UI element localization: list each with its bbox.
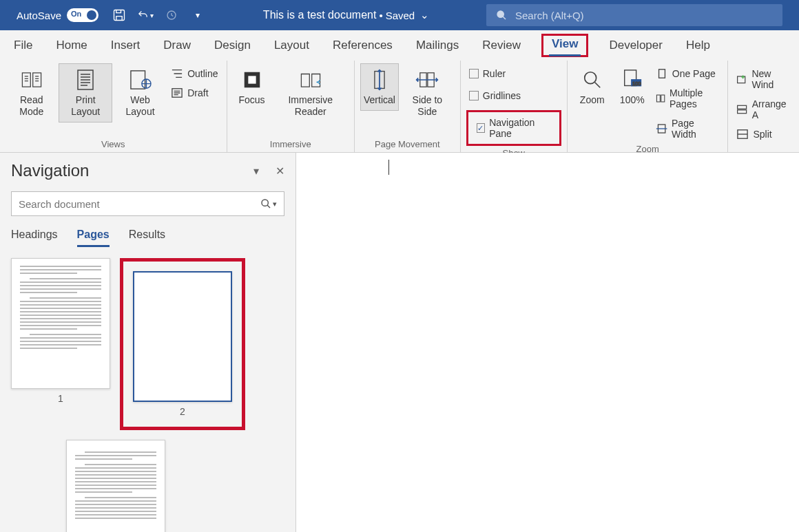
svg-text:100: 100: [632, 81, 641, 87]
svg-rect-22: [738, 110, 747, 114]
checkbox-icon: [469, 69, 479, 78]
immersive-reader-button[interactable]: Immersive Reader: [273, 63, 349, 123]
tab-help[interactable]: Help: [683, 34, 713, 56]
nav-tab-results[interactable]: Results: [129, 228, 165, 247]
focus-button[interactable]: Focus: [233, 63, 271, 111]
svg-point-24: [262, 200, 268, 206]
nav-tabs: Headings Pages Results: [11, 228, 284, 247]
navigation-pane-checkbox[interactable]: ✓ Navigation Pane: [474, 115, 554, 141]
search-placeholder: Search (Alt+Q): [515, 10, 584, 21]
focus-icon: [240, 68, 264, 92]
zoom-button[interactable]: Zoom: [573, 63, 612, 111]
nav-search-input[interactable]: [19, 198, 260, 210]
outline-icon: [171, 68, 183, 79]
text-cursor: [388, 160, 389, 175]
page-width-icon: [656, 123, 667, 134]
web-layout-icon: [129, 68, 152, 92]
document-title-area[interactable]: This is a test document • Saved ⌄: [206, 9, 486, 21]
view-tab-highlight: View: [541, 34, 588, 57]
svg-rect-16: [658, 70, 665, 78]
search-box[interactable]: Search (Alt+Q): [486, 4, 782, 26]
nav-search-box[interactable]: ▾: [11, 191, 284, 216]
title-bar: AutoSave On ▾ ▾ This is a test document …: [0, 0, 799, 30]
nav-close-icon[interactable]: ✕: [276, 164, 284, 178]
svg-rect-21: [738, 105, 747, 109]
page-width-button[interactable]: Page Width: [653, 116, 723, 142]
tab-mailings[interactable]: Mailings: [413, 34, 461, 56]
redo-icon[interactable]: [163, 7, 180, 23]
tab-design[interactable]: Design: [211, 34, 253, 56]
read-mode-icon: [20, 68, 43, 92]
read-mode-button[interactable]: Read Mode: [6, 63, 57, 123]
one-page-icon: [656, 68, 668, 79]
split-icon: [736, 129, 749, 140]
autosave-control[interactable]: AutoSave On: [17, 8, 98, 22]
arrange-all-button[interactable]: Arrange A: [734, 96, 793, 123]
page-thumbnails: 1 2: [11, 258, 284, 532]
menu-bar: File Home Insert Draw Design Layout Refe…: [0, 30, 799, 61]
thumbnail-page-1[interactable]: 1: [11, 258, 110, 430]
group-views: Read Mode Print Layout Web Layout Outlin…: [0, 61, 227, 152]
tab-review[interactable]: Review: [479, 34, 523, 56]
outline-button[interactable]: Outline: [168, 66, 220, 81]
navigation-panel: Navigation ▾ ✕ ▾ Headings Pages Results: [0, 153, 296, 532]
new-window-icon: [736, 74, 747, 85]
checkbox-icon: [469, 91, 479, 100]
group-page-movement: Vertical Side to Side Page Movement: [355, 61, 461, 152]
zoom-100-button[interactable]: 100 100%: [613, 63, 652, 111]
tab-file[interactable]: File: [11, 34, 35, 56]
group-window: New Wind Arrange A Split: [728, 61, 799, 152]
page-number-2: 2: [180, 406, 185, 417]
side-to-side-button[interactable]: Side to Side: [400, 63, 455, 123]
multiple-pages-button[interactable]: Multiple Pages: [653, 85, 723, 111]
tab-layout[interactable]: Layout: [271, 34, 312, 56]
tab-view[interactable]: View: [549, 33, 581, 54]
arrange-all-icon: [736, 104, 747, 115]
navigation-title: Navigation: [11, 161, 89, 180]
main-area: Navigation ▾ ✕ ▾ Headings Pages Results: [0, 153, 799, 532]
thumbnail-page-3[interactable]: [66, 440, 165, 532]
nav-tab-pages[interactable]: Pages: [77, 228, 110, 247]
ruler-checkbox[interactable]: Ruler: [466, 66, 561, 81]
autosave-toggle[interactable]: On: [67, 8, 98, 22]
svg-rect-18: [661, 95, 665, 102]
split-button[interactable]: Split: [734, 127, 793, 142]
ribbon: Read Mode Print Layout Web Layout Outlin…: [0, 61, 799, 153]
print-layout-icon: [74, 68, 97, 92]
checkbox-checked-icon: ✓: [477, 123, 485, 133]
save-icon[interactable]: [111, 7, 127, 23]
group-show: Ruler Gridlines ✓ Navigation Pane Show: [461, 61, 568, 152]
navigation-pane-highlight: ✓ Navigation Pane: [466, 110, 561, 146]
immersive-reader-icon: [299, 68, 322, 92]
print-layout-button[interactable]: Print Layout: [59, 63, 112, 123]
nav-dropdown-icon[interactable]: ▾: [253, 164, 259, 178]
views-group-label: Views: [6, 137, 221, 152]
vertical-icon: [368, 68, 391, 92]
multiple-pages-icon: [656, 93, 665, 104]
qat-dropdown-icon[interactable]: ▾: [189, 7, 206, 23]
draft-button[interactable]: Draft: [168, 85, 220, 100]
saved-state: Saved: [386, 10, 415, 21]
chevron-down-icon[interactable]: ▾: [273, 200, 277, 209]
nav-tab-headings[interactable]: Headings: [11, 228, 58, 247]
zoom-icon: [581, 68, 604, 92]
document-canvas[interactable]: [296, 153, 799, 532]
toggle-knob: [87, 10, 96, 20]
tab-home[interactable]: Home: [53, 34, 90, 56]
undo-icon[interactable]: ▾: [137, 7, 154, 23]
web-layout-button[interactable]: Web Layout: [114, 63, 167, 123]
search-icon: [260, 198, 271, 209]
page-movement-group-label: Page Movement: [360, 137, 455, 152]
draft-icon: [171, 87, 183, 98]
vertical-button[interactable]: Vertical: [360, 63, 399, 111]
tab-insert[interactable]: Insert: [108, 34, 143, 56]
gridlines-checkbox[interactable]: Gridlines: [466, 88, 561, 103]
svg-point-12: [585, 72, 596, 84]
thumbnail-page-2[interactable]: 2: [133, 271, 232, 417]
side-to-side-icon: [415, 68, 439, 92]
tab-references[interactable]: References: [330, 34, 395, 56]
tab-developer[interactable]: Developer: [606, 34, 665, 56]
tab-draw[interactable]: Draw: [160, 34, 194, 56]
one-page-button[interactable]: One Page: [653, 66, 723, 81]
new-window-button[interactable]: New Wind: [734, 66, 793, 92]
